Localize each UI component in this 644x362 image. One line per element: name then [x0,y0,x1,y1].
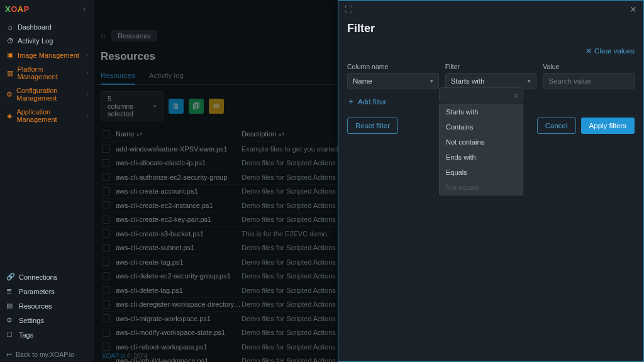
nav-icon: ▤ [6,302,14,310]
chevron-right-icon: › [86,52,88,58]
nav-item-platform-management[interactable]: ▥Platform Management› [0,62,94,84]
nav-item-dashboard[interactable]: ⌂Dashboard [0,20,94,34]
back-link[interactable]: ↩ Back to my.XOAP.io [0,346,94,362]
nav-label: Connections [19,273,57,281]
chevron-down-icon: ▾ [528,78,531,84]
nav-bottom-settings[interactable]: ⚙Settings [0,313,94,327]
dropdown-search-input[interactable] [443,91,514,99]
nav-icon: ▥ [6,69,13,77]
nav-label: Resources [19,302,52,310]
filter-label: Filter [445,63,537,70]
back-label: Back to my.XOAP.io [16,351,74,358]
nav-label: Configuration Management [16,87,82,102]
nav-label: Parameters [19,288,55,295]
filter-panel: ⛶ ✕ Filter ✕ Clear values Column name Na… [338,0,644,362]
sidebar-collapse-icon[interactable]: ‹ [79,4,89,14]
panel-close-icon[interactable]: ✕ [630,4,637,14]
nav-item-image-management[interactable]: ▣Image Management› [0,48,94,62]
dropdown-option[interactable]: Not equals [440,180,523,195]
dropdown-option[interactable]: Ends with [440,150,523,165]
close-icon: ✕ [586,47,592,55]
value-input-wrap [543,73,635,89]
nav-icon: ≣ [6,287,14,295]
nav-icon: ⏱ [6,37,14,45]
nav-icon: ☐ [6,331,14,339]
nav-label: Settings [19,317,44,324]
nav-item-configuration-management[interactable]: ⚙Configuration Management› [0,84,94,105]
clear-values-link[interactable]: ✕ Clear values [586,47,635,55]
chevron-right-icon: › [86,112,88,119]
sidebar: XOAP ‹ ⌂Dashboard⏱Activity Log▣Image Man… [0,0,94,362]
nav-icon: ◈ [6,112,13,120]
cancel-button[interactable]: Cancel [537,118,576,134]
chevron-down-icon: ▾ [430,78,433,84]
dropdown-option[interactable]: Equals [440,165,523,180]
dropdown-search-wrap: ⌕ [439,87,523,102]
search-icon: ⌕ [514,91,519,99]
nav-label: Application Management [16,108,82,123]
nav-primary: ⌂Dashboard⏱Activity Log▣Image Management… [0,18,94,129]
nav-bottom-resources[interactable]: ▤Resources [0,299,94,313]
nav-label: Image Management [18,52,79,59]
column-name-select[interactable]: Name ▾ [347,73,439,89]
nav-label: Tags [19,331,33,339]
nav-bottom-parameters[interactable]: ≣Parameters [0,284,94,299]
dropdown-option[interactable]: Starts with [440,104,523,119]
nav-icon: ⚙ [6,90,13,99]
panel-title: Filter [338,18,643,38]
nav-icon: ⚙ [6,316,14,324]
apply-filters-button[interactable]: Apply filters [581,118,635,134]
nav-icon: ⌂ [6,23,14,31]
panel-expand-icon[interactable]: ⛶ [345,5,352,14]
value-label: Value [543,63,635,70]
nav-bottom: 🔗Connections≣Parameters▤Resources⚙Settin… [0,268,94,342]
chevron-right-icon: › [86,70,88,76]
dropdown-option[interactable]: Contains [440,119,523,134]
back-icon: ↩ [6,351,12,358]
nav-label: Dashboard [18,23,52,31]
nav-label: Activity Log [18,37,53,45]
nav-icon: ▣ [6,51,14,59]
dropdown-option[interactable]: Not contains [440,134,523,150]
filter-type-dropdown: ⌕ Starts withContainsNot containsEnds wi… [439,87,523,195]
nav-bottom-connections[interactable]: 🔗Connections [0,270,94,284]
value-input[interactable] [548,77,629,85]
plus-icon: ＋ [347,97,355,106]
nav-bottom-tags[interactable]: ☐Tags [0,327,94,342]
nav-item-activity-log[interactable]: ⏱Activity Log [0,34,94,48]
nav-icon: 🔗 [6,273,14,281]
logo: XOAP [5,4,30,14]
nav-item-application-management[interactable]: ◈Application Management› [0,105,94,126]
reset-filter-button[interactable]: Reset filter [347,118,398,134]
chevron-right-icon: › [86,91,88,97]
nav-label: Platform Management [17,65,82,80]
column-name-label: Column name [347,63,439,70]
